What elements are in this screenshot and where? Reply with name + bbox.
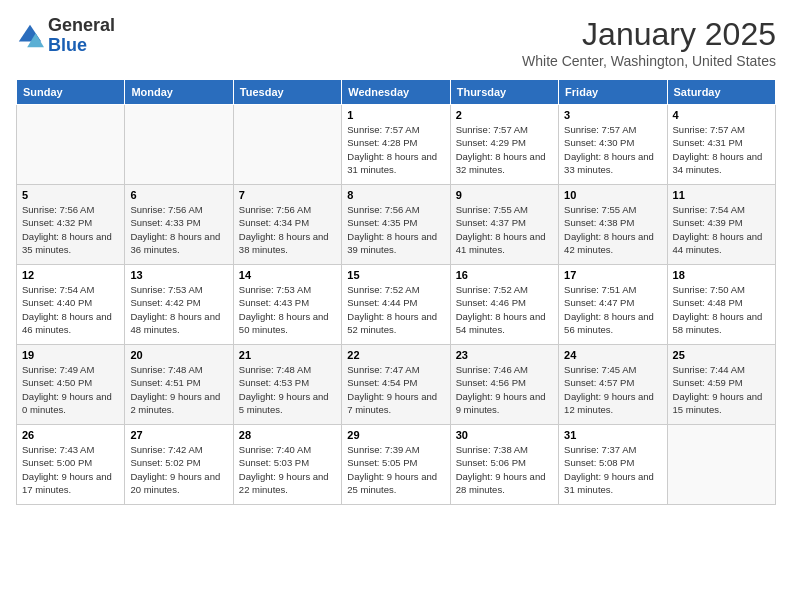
calendar-cell: 3Sunrise: 7:57 AM Sunset: 4:30 PM Daylig… — [559, 105, 667, 185]
day-number: 22 — [347, 349, 444, 361]
day-number: 7 — [239, 189, 336, 201]
calendar-cell: 9Sunrise: 7:55 AM Sunset: 4:37 PM Daylig… — [450, 185, 558, 265]
day-number: 31 — [564, 429, 661, 441]
day-number: 24 — [564, 349, 661, 361]
day-info: Sunrise: 7:57 AM Sunset: 4:28 PM Dayligh… — [347, 123, 444, 176]
calendar-cell: 11Sunrise: 7:54 AM Sunset: 4:39 PM Dayli… — [667, 185, 775, 265]
day-info: Sunrise: 7:48 AM Sunset: 4:51 PM Dayligh… — [130, 363, 227, 416]
calendar-cell — [125, 105, 233, 185]
day-number: 10 — [564, 189, 661, 201]
calendar-cell: 5Sunrise: 7:56 AM Sunset: 4:32 PM Daylig… — [17, 185, 125, 265]
location-text: White Center, Washington, United States — [522, 53, 776, 69]
day-info: Sunrise: 7:42 AM Sunset: 5:02 PM Dayligh… — [130, 443, 227, 496]
calendar-cell: 7Sunrise: 7:56 AM Sunset: 4:34 PM Daylig… — [233, 185, 341, 265]
day-number: 14 — [239, 269, 336, 281]
day-number: 17 — [564, 269, 661, 281]
calendar-cell: 2Sunrise: 7:57 AM Sunset: 4:29 PM Daylig… — [450, 105, 558, 185]
day-number: 4 — [673, 109, 770, 121]
calendar-cell: 14Sunrise: 7:53 AM Sunset: 4:43 PM Dayli… — [233, 265, 341, 345]
logo: General Blue — [16, 16, 115, 56]
day-info: Sunrise: 7:56 AM Sunset: 4:32 PM Dayligh… — [22, 203, 119, 256]
day-info: Sunrise: 7:52 AM Sunset: 4:44 PM Dayligh… — [347, 283, 444, 336]
day-info: Sunrise: 7:57 AM Sunset: 4:30 PM Dayligh… — [564, 123, 661, 176]
page-header: General Blue January 2025 White Center, … — [16, 16, 776, 69]
day-number: 2 — [456, 109, 553, 121]
calendar-cell: 28Sunrise: 7:40 AM Sunset: 5:03 PM Dayli… — [233, 425, 341, 505]
day-info: Sunrise: 7:51 AM Sunset: 4:47 PM Dayligh… — [564, 283, 661, 336]
month-title: January 2025 — [522, 16, 776, 53]
calendar-cell: 21Sunrise: 7:48 AM Sunset: 4:53 PM Dayli… — [233, 345, 341, 425]
calendar-cell: 1Sunrise: 7:57 AM Sunset: 4:28 PM Daylig… — [342, 105, 450, 185]
day-info: Sunrise: 7:55 AM Sunset: 4:37 PM Dayligh… — [456, 203, 553, 256]
day-number: 27 — [130, 429, 227, 441]
day-number: 18 — [673, 269, 770, 281]
day-info: Sunrise: 7:54 AM Sunset: 4:40 PM Dayligh… — [22, 283, 119, 336]
calendar-table: SundayMondayTuesdayWednesdayThursdayFrid… — [16, 79, 776, 505]
calendar-cell: 20Sunrise: 7:48 AM Sunset: 4:51 PM Dayli… — [125, 345, 233, 425]
day-number: 5 — [22, 189, 119, 201]
day-info: Sunrise: 7:57 AM Sunset: 4:31 PM Dayligh… — [673, 123, 770, 176]
day-info: Sunrise: 7:54 AM Sunset: 4:39 PM Dayligh… — [673, 203, 770, 256]
day-info: Sunrise: 7:53 AM Sunset: 4:42 PM Dayligh… — [130, 283, 227, 336]
day-info: Sunrise: 7:49 AM Sunset: 4:50 PM Dayligh… — [22, 363, 119, 416]
calendar-week-row: 26Sunrise: 7:43 AM Sunset: 5:00 PM Dayli… — [17, 425, 776, 505]
day-number: 15 — [347, 269, 444, 281]
day-info: Sunrise: 7:55 AM Sunset: 4:38 PM Dayligh… — [564, 203, 661, 256]
day-number: 13 — [130, 269, 227, 281]
day-number: 3 — [564, 109, 661, 121]
weekday-header: Tuesday — [233, 80, 341, 105]
calendar-cell: 8Sunrise: 7:56 AM Sunset: 4:35 PM Daylig… — [342, 185, 450, 265]
calendar-cell: 23Sunrise: 7:46 AM Sunset: 4:56 PM Dayli… — [450, 345, 558, 425]
day-info: Sunrise: 7:44 AM Sunset: 4:59 PM Dayligh… — [673, 363, 770, 416]
calendar-week-row: 5Sunrise: 7:56 AM Sunset: 4:32 PM Daylig… — [17, 185, 776, 265]
weekday-header: Wednesday — [342, 80, 450, 105]
day-number: 6 — [130, 189, 227, 201]
day-number: 30 — [456, 429, 553, 441]
calendar-cell — [667, 425, 775, 505]
weekday-header: Saturday — [667, 80, 775, 105]
day-number: 1 — [347, 109, 444, 121]
calendar-cell: 27Sunrise: 7:42 AM Sunset: 5:02 PM Dayli… — [125, 425, 233, 505]
calendar-cell: 6Sunrise: 7:56 AM Sunset: 4:33 PM Daylig… — [125, 185, 233, 265]
day-info: Sunrise: 7:56 AM Sunset: 4:34 PM Dayligh… — [239, 203, 336, 256]
calendar-week-row: 1Sunrise: 7:57 AM Sunset: 4:28 PM Daylig… — [17, 105, 776, 185]
day-info: Sunrise: 7:40 AM Sunset: 5:03 PM Dayligh… — [239, 443, 336, 496]
calendar-cell: 25Sunrise: 7:44 AM Sunset: 4:59 PM Dayli… — [667, 345, 775, 425]
day-number: 20 — [130, 349, 227, 361]
day-number: 21 — [239, 349, 336, 361]
logo-icon — [16, 22, 44, 50]
day-number: 12 — [22, 269, 119, 281]
day-number: 11 — [673, 189, 770, 201]
logo-general-text: General — [48, 15, 115, 35]
day-info: Sunrise: 7:38 AM Sunset: 5:06 PM Dayligh… — [456, 443, 553, 496]
weekday-header-row: SundayMondayTuesdayWednesdayThursdayFrid… — [17, 80, 776, 105]
day-info: Sunrise: 7:53 AM Sunset: 4:43 PM Dayligh… — [239, 283, 336, 336]
day-info: Sunrise: 7:46 AM Sunset: 4:56 PM Dayligh… — [456, 363, 553, 416]
day-number: 29 — [347, 429, 444, 441]
calendar-cell: 17Sunrise: 7:51 AM Sunset: 4:47 PM Dayli… — [559, 265, 667, 345]
calendar-cell: 30Sunrise: 7:38 AM Sunset: 5:06 PM Dayli… — [450, 425, 558, 505]
calendar-cell: 12Sunrise: 7:54 AM Sunset: 4:40 PM Dayli… — [17, 265, 125, 345]
calendar-cell: 22Sunrise: 7:47 AM Sunset: 4:54 PM Dayli… — [342, 345, 450, 425]
day-number: 9 — [456, 189, 553, 201]
day-info: Sunrise: 7:45 AM Sunset: 4:57 PM Dayligh… — [564, 363, 661, 416]
day-number: 19 — [22, 349, 119, 361]
day-info: Sunrise: 7:56 AM Sunset: 4:33 PM Dayligh… — [130, 203, 227, 256]
weekday-header: Friday — [559, 80, 667, 105]
day-info: Sunrise: 7:52 AM Sunset: 4:46 PM Dayligh… — [456, 283, 553, 336]
calendar-cell: 19Sunrise: 7:49 AM Sunset: 4:50 PM Dayli… — [17, 345, 125, 425]
day-number: 8 — [347, 189, 444, 201]
calendar-cell: 24Sunrise: 7:45 AM Sunset: 4:57 PM Dayli… — [559, 345, 667, 425]
day-info: Sunrise: 7:50 AM Sunset: 4:48 PM Dayligh… — [673, 283, 770, 336]
calendar-cell: 10Sunrise: 7:55 AM Sunset: 4:38 PM Dayli… — [559, 185, 667, 265]
calendar-cell: 13Sunrise: 7:53 AM Sunset: 4:42 PM Dayli… — [125, 265, 233, 345]
calendar-cell: 4Sunrise: 7:57 AM Sunset: 4:31 PM Daylig… — [667, 105, 775, 185]
logo-blue-text: Blue — [48, 35, 87, 55]
weekday-header: Sunday — [17, 80, 125, 105]
calendar-week-row: 19Sunrise: 7:49 AM Sunset: 4:50 PM Dayli… — [17, 345, 776, 425]
day-number: 23 — [456, 349, 553, 361]
day-info: Sunrise: 7:37 AM Sunset: 5:08 PM Dayligh… — [564, 443, 661, 496]
calendar-cell: 29Sunrise: 7:39 AM Sunset: 5:05 PM Dayli… — [342, 425, 450, 505]
calendar-cell: 18Sunrise: 7:50 AM Sunset: 4:48 PM Dayli… — [667, 265, 775, 345]
day-info: Sunrise: 7:48 AM Sunset: 4:53 PM Dayligh… — [239, 363, 336, 416]
